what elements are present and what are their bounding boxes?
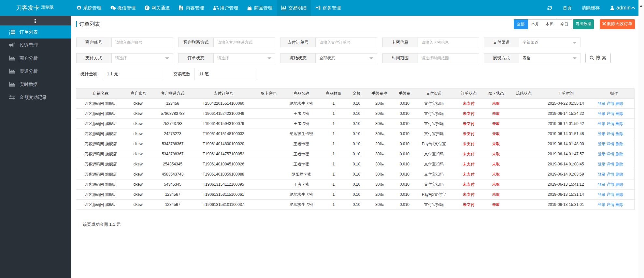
svg-text:P: P — [146, 6, 148, 10]
svg-text:3: 3 — [9, 33, 10, 35]
